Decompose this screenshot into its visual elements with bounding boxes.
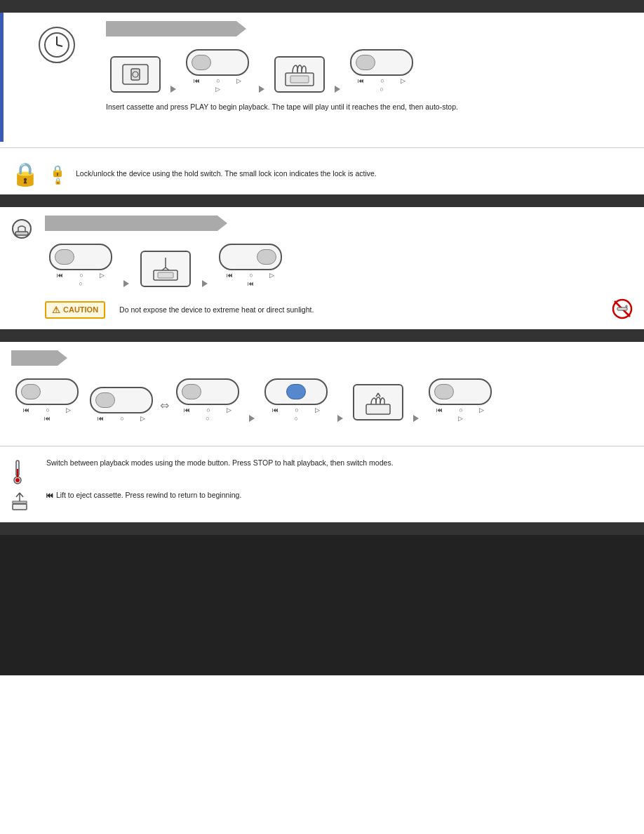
s3-step3-label: ⏮ — [248, 280, 254, 287]
step1-power-box — [110, 56, 161, 93]
lock-icon-big: 🔒 — [11, 161, 39, 187]
caution-label: CAUTION — [63, 305, 98, 314]
svg-rect-11 — [158, 272, 173, 278]
step4-label: ○ — [380, 86, 383, 93]
section3-header — [0, 194, 644, 207]
thermo-icon-svg — [11, 459, 24, 484]
svg-rect-20 — [17, 469, 18, 477]
section1-header — [0, 0, 644, 13]
step3-hand — [274, 56, 325, 93]
section3-content: ⏮ ○ ▷ ○ — [0, 207, 644, 329]
label-play3: ▷ — [401, 77, 405, 84]
svg-rect-17 — [366, 404, 390, 414]
upload-desc-post: Lift to eject cassette. Press rewind to … — [56, 491, 241, 499]
s3-step2 — [140, 251, 191, 287]
s4-arrow1 — [249, 415, 255, 422]
icon-rows: Switch between playback modes using the … — [0, 452, 644, 522]
upload-icon-svg — [11, 491, 28, 511]
arrow1 — [170, 86, 176, 93]
lock-desc: Lock/unlock the device using the hold sw… — [76, 169, 377, 178]
no-smoke-svg — [612, 298, 633, 319]
upload-text: ⏮ Lift to eject cassette. Press rewind t… — [46, 490, 633, 501]
s3-arrow2 — [202, 280, 208, 287]
label-stop3: ○ — [380, 77, 384, 84]
no-smoke-icon — [612, 298, 633, 321]
section4-header — [0, 329, 644, 342]
section1-content: ⏮ ○ ▷ ▷ — [0, 13, 644, 142]
section3-icon-svg — [11, 218, 32, 239]
gray-arrow-banner-1 — [106, 21, 246, 37]
clock-area — [15, 21, 99, 63]
s4-step5-hand — [353, 384, 403, 422]
thermo-text: Switch between playback modes using the … — [46, 458, 633, 469]
svg-rect-7 — [290, 76, 309, 83]
divider1 — [0, 147, 644, 148]
section3-steps: ⏮ ○ ▷ ○ — [45, 216, 633, 321]
s4-hand-svg — [361, 388, 396, 417]
s4-step3: ⏮ ○ ▷ ○ — [176, 378, 239, 422]
hand-cassette-svg — [282, 60, 317, 88]
thermo-row: Switch between playback modes using the … — [11, 458, 633, 484]
lock-desc-text: Lock/unlock the device using the hold sw… — [76, 168, 377, 180]
step2-switch: ⏮ ○ ▷ ▷ — [186, 49, 249, 93]
rewind-symbol-inline: ⏮ — [46, 491, 54, 499]
s3-step1-label: ○ — [79, 280, 82, 287]
s3-step3: ⏮ ○ ▷ ⏮ — [219, 244, 282, 287]
label-rewind2: ⏮ — [194, 77, 200, 84]
s3-eject-svg — [148, 255, 183, 283]
arrow3 — [335, 86, 340, 93]
section1-desc-text: Insert cassette and press PLAY to begin … — [106, 101, 527, 113]
svg-rect-9 — [15, 232, 28, 235]
lock-section: 🔒 🔒 🔒 Lock/unlock the device using the h… — [0, 154, 644, 194]
s4-step6: ⏮ ○ ▷ ▷ — [429, 378, 492, 422]
label-stop2: ○ — [216, 77, 220, 84]
svg-point-21 — [15, 478, 20, 482]
lock-small-area: 🔒 🔒 — [51, 164, 65, 185]
clock-icon — [39, 27, 75, 63]
s4-arrow3 — [413, 415, 419, 422]
lock-label-small: 🔒 — [54, 178, 62, 185]
s4-arrow2 — [337, 415, 343, 422]
gray-arrow-banner-4 — [11, 350, 67, 366]
clock-svg — [43, 31, 71, 59]
lock-icon-small: 🔒 — [51, 164, 65, 178]
gray-arrow-banner-3 — [45, 216, 227, 231]
label-rewind3: ⏮ — [358, 77, 364, 84]
double-arrow: ⇔ — [160, 399, 169, 422]
arrow2 — [259, 86, 264, 93]
s3-arrow1 — [123, 280, 129, 287]
s3-step1: ⏮ ○ ▷ ○ — [49, 244, 112, 287]
label-play2: ▷ — [236, 77, 241, 84]
svg-line-2 — [57, 45, 62, 46]
section1-steps: ⏮ ○ ▷ ▷ — [99, 21, 633, 113]
svg-rect-23 — [13, 501, 27, 503]
section1-desc: Insert cassette and press PLAY to begin … — [106, 102, 458, 111]
caution-text: Do not expose the device to extreme heat… — [119, 305, 314, 314]
s4-step4: ⏮ ○ ▷ ○ — [264, 378, 328, 422]
caution-badge: CAUTION — [45, 301, 105, 319]
step2-label: ▷ — [215, 86, 220, 93]
upload-icon-col — [11, 490, 46, 511]
power-box-svg — [121, 63, 149, 86]
section5-content — [0, 535, 644, 675]
section4-content: ⏮ ○ ▷ ⏮ ⏮ ○ ▷ ⇔ ⏮ ○ — [0, 342, 644, 440]
svg-rect-15 — [617, 307, 627, 310]
upload-row: ⏮ Lift to eject cassette. Press rewind t… — [11, 490, 633, 511]
s4-step2: ⏮ ○ ▷ — [90, 387, 153, 422]
s4-step1: ⏮ ○ ▷ ⏮ — [15, 378, 79, 422]
svg-rect-16 — [626, 305, 627, 307]
svg-rect-22 — [13, 504, 27, 510]
thermo-icon-col — [11, 458, 46, 484]
thermo-desc: Switch between playback modes using the … — [46, 458, 394, 467]
section5-header — [0, 522, 644, 535]
divider2 — [0, 446, 644, 446]
section3-icon — [11, 218, 32, 241]
caution-text-span: Do not expose the device to extreme heat… — [119, 305, 314, 314]
step4-switch: ⏮ ○ ▷ ○ — [350, 49, 413, 93]
